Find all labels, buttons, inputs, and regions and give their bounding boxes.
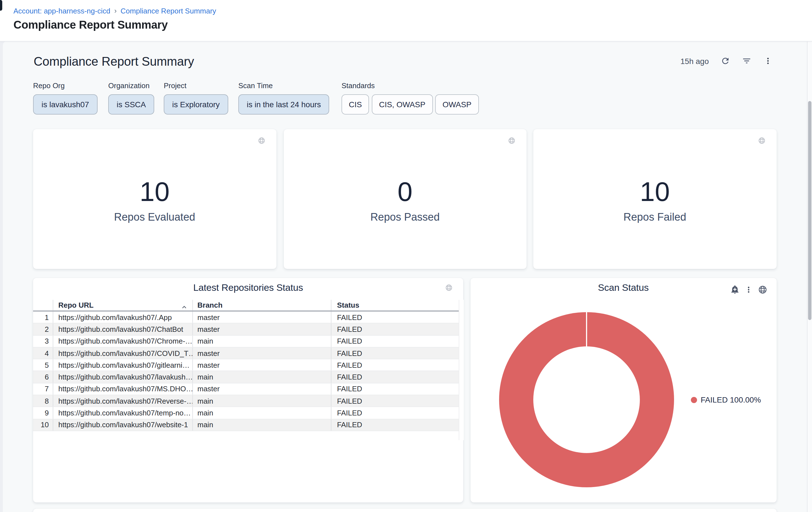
filter-chip-standards-owasp[interactable]: OWASP	[435, 94, 478, 114]
table-row: 5 https://github.com/lavakush07/gitlearn…	[33, 359, 459, 371]
table-row: 1 https://github.com/lavakush07/.App mas…	[33, 312, 459, 324]
filter-group-standards: Standards CIS CIS, OWASP OWASP	[342, 81, 478, 114]
tile-label: Repos Evaluated	[33, 211, 276, 223]
row-number: 9	[33, 407, 53, 419]
table-title: Latest Repositories Status	[33, 282, 463, 294]
nav-rail-edge[interactable]	[0, 0, 2, 11]
row-number-header	[33, 300, 53, 311]
more-menu-icon[interactable]	[763, 56, 773, 66]
breadcrumb: Account: app-harness-ng-cicd › Complianc…	[13, 7, 216, 15]
scan-card-toolbar	[730, 285, 767, 294]
refresh-icon[interactable]	[721, 56, 730, 66]
last-refresh-label: 15h ago	[680, 56, 709, 65]
branch-cell: master	[193, 359, 331, 371]
globe-icon	[758, 285, 767, 294]
table-row: 6 https://github.com/lavakush07/lavakush…	[33, 371, 459, 383]
repo-url-cell: https://github.com/lavakush07/.App	[53, 312, 193, 323]
row-number: 3	[33, 335, 53, 347]
column-header-branch[interactable]: Branch	[193, 300, 331, 311]
branch-cell: master	[193, 324, 331, 335]
column-header-status[interactable]: Status	[331, 300, 459, 311]
breadcrumb-separator: ›	[114, 6, 117, 15]
filter-group-organization: Organization is SSCA	[108, 81, 154, 114]
branch-cell: master	[193, 312, 331, 323]
status-cell: FAILED	[331, 324, 459, 335]
page-title: Compliance Report Summary	[13, 19, 168, 31]
filter-chip-project[interactable]: is Exploratory	[164, 94, 228, 114]
filter-label: Organization	[108, 81, 154, 90]
repo-url-cell: https://github.com/lavakush07/lavakush…	[53, 371, 193, 383]
row-number: 7	[33, 383, 53, 395]
branch-cell: main	[193, 335, 331, 347]
table-row: 8 https://github.com/lavakush07/Reverse-…	[33, 395, 459, 407]
branch-cell: master	[193, 348, 331, 359]
app-header: Account: app-harness-ng-cicd › Complianc…	[0, 0, 812, 42]
repo-url-cell: https://github.com/lavakush07/Chrome-…	[53, 335, 193, 347]
column-header-repo-url[interactable]: Repo URL	[53, 300, 193, 311]
row-number: 10	[33, 419, 53, 431]
tile-value: 10	[33, 176, 276, 208]
filter-group-project: Project is Exploratory	[164, 81, 228, 114]
status-cell: FAILED	[331, 348, 459, 359]
alert-bell-icon[interactable]	[730, 285, 740, 294]
status-cell: FAILED	[331, 407, 459, 419]
tile-label: Repos Passed	[284, 211, 527, 223]
filter-label: Project	[164, 81, 228, 90]
legend-color-dot	[691, 397, 697, 403]
branch-cell: main	[193, 371, 331, 383]
repo-url-cell: https://github.com/lavakush07/MS.DHO…	[53, 383, 193, 395]
globe-icon	[508, 136, 515, 146]
tile-label: Repos Failed	[533, 211, 776, 223]
status-cell: FAILED	[331, 383, 459, 395]
repo-url-cell: https://github.com/lavakush07/temp-no…	[53, 407, 193, 419]
repo-url-cell: https://github.com/lavakush07/Reverse-…	[53, 395, 193, 407]
table-row: 9 https://github.com/lavakush07/temp-no……	[33, 407, 459, 420]
branch-cell: main	[193, 407, 331, 419]
row-number: 8	[33, 395, 53, 407]
row-number: 4	[33, 348, 53, 359]
scrollbar-thumb[interactable]	[808, 101, 811, 320]
filter-label: Scan Time	[238, 81, 329, 90]
donut-chart-failed-slice[interactable]	[499, 312, 674, 487]
globe-icon	[758, 136, 765, 146]
table-row: 2 https://github.com/lavakush07/ChatBot …	[33, 324, 459, 336]
filter-chip-organization[interactable]: is SSCA	[108, 94, 154, 114]
more-menu-icon[interactable]	[744, 285, 753, 294]
donut-slice-boundary	[586, 312, 587, 347]
branch-cell: main	[193, 395, 331, 407]
row-number: 2	[33, 324, 53, 335]
breadcrumb-current-link[interactable]: Compliance Report Summary	[121, 7, 216, 15]
breadcrumb-account-link[interactable]: Account: app-harness-ng-cicd	[13, 7, 110, 15]
status-cell: FAILED	[331, 312, 459, 323]
filter-chip-repo-org[interactable]: is lavakush07	[33, 94, 97, 114]
row-number: 1	[33, 312, 53, 323]
repo-url-cell: https://github.com/lavakush07/ChatBot	[53, 324, 193, 335]
dashboard-title: Compliance Report Summary	[34, 53, 194, 70]
next-row-card-sliver	[33, 509, 777, 512]
filter-chip-standards-cis[interactable]: CIS	[342, 94, 369, 114]
filter-chip-scan-time[interactable]: is in the last 24 hours	[238, 94, 329, 114]
repositories-table: Repo URL Branch Status 1 https://github.…	[33, 300, 459, 431]
dashboard-surface: Compliance Report Summary 15h ago Repo O…	[3, 41, 808, 512]
table-scroll-gutter	[459, 300, 464, 440]
tile-value: 10	[533, 176, 776, 208]
repo-url-cell: https://github.com/lavakush07/gitlearni…	[53, 359, 193, 371]
filter-label: Standards	[342, 81, 478, 90]
legend-item-failed[interactable]: FAILED 100.00%	[691, 395, 761, 404]
status-cell: FAILED	[331, 335, 459, 347]
filter-group-repo-org: Repo Org is lavakush07	[33, 81, 97, 114]
tile-repos-failed: 10 Repos Failed	[533, 129, 776, 269]
filter-group-scan-time: Scan Time is in the last 24 hours	[238, 81, 329, 114]
sort-asc-icon	[181, 303, 186, 311]
table-body: 1 https://github.com/lavakush07/.App mas…	[33, 312, 459, 431]
filter-icon[interactable]	[742, 56, 751, 66]
scan-status-card: Scan Status	[470, 278, 776, 503]
table-row: 3 https://github.com/lavakush07/Chrome-……	[33, 335, 459, 348]
status-cell: FAILED	[331, 359, 459, 371]
branch-cell: main	[193, 419, 331, 431]
filter-chip-standards-cis-owasp[interactable]: CIS, OWASP	[372, 94, 433, 114]
status-cell: FAILED	[331, 371, 459, 383]
status-cell: FAILED	[331, 395, 459, 407]
table-row: 4 https://github.com/lavakush07/COVID_T……	[33, 348, 459, 359]
status-cell: FAILED	[331, 419, 459, 431]
